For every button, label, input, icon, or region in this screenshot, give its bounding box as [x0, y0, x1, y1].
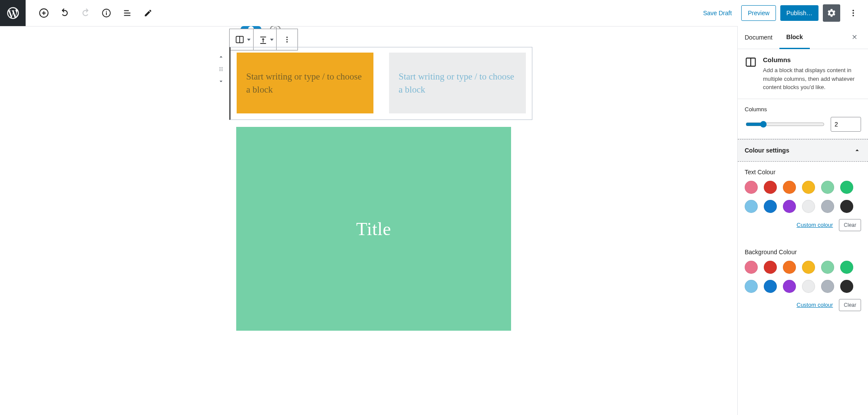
columns-block[interactable]: Start writing or type / to choose a bloc…: [229, 47, 532, 120]
redo-icon: [80, 8, 91, 18]
chevron-down-icon: [218, 78, 224, 85]
background-colour-label: Background Colour: [745, 249, 861, 256]
drag-handle[interactable]: [215, 64, 227, 74]
redo-button[interactable]: [75, 3, 96, 23]
svg-point-8: [287, 39, 288, 40]
move-down-button[interactable]: [215, 76, 227, 86]
chevron-down-icon: [270, 39, 274, 41]
content-info-button[interactable]: [96, 3, 117, 23]
background-colour-swatch-3[interactable]: [802, 261, 815, 274]
block-card-description: Add a block that displays content in mul…: [763, 66, 861, 92]
columns-icon: [745, 56, 757, 68]
text-colour-clear-button[interactable]: Clear: [839, 219, 861, 231]
background-colour-swatch-11[interactable]: [840, 280, 853, 293]
columns-number-input[interactable]: [831, 117, 861, 132]
edit-button[interactable]: [138, 3, 158, 23]
background-colour-swatch-9[interactable]: [802, 280, 815, 293]
svg-point-11: [220, 69, 221, 70]
block-card-title: Columns: [763, 56, 861, 63]
text-colour-swatch-5[interactable]: [840, 181, 853, 194]
top-toolbar: Save Draft Preview Publish…: [0, 0, 868, 27]
workspace: ?: [0, 26, 868, 415]
svg-point-2: [106, 11, 107, 12]
svg-point-12: [220, 70, 221, 71]
background-colour-swatch-4[interactable]: [821, 261, 834, 274]
svg-point-15: [221, 70, 222, 71]
background-colour-swatches: [738, 261, 868, 293]
editor-canvas[interactable]: ?: [0, 26, 737, 415]
undo-icon: [59, 8, 70, 18]
text-colour-label: Text Colour: [745, 169, 861, 176]
background-colour-swatch-2[interactable]: [783, 261, 796, 274]
text-colour-swatch-11[interactable]: [840, 200, 853, 213]
add-block-button[interactable]: [33, 3, 54, 23]
tab-document[interactable]: Document: [738, 26, 779, 49]
column-2-placeholder: Start writing or type / to choose a bloc…: [399, 70, 516, 96]
more-options-button[interactable]: [845, 4, 862, 22]
more-vertical-icon: [283, 36, 291, 43]
colour-settings-title: Colour settings: [745, 147, 789, 154]
settings-sidebar: Document Block Columns Add a block that …: [737, 26, 868, 415]
cover-block[interactable]: Title: [236, 127, 511, 331]
chevron-down-icon: [247, 39, 251, 41]
block-movers: [215, 52, 227, 86]
toolbar-left-group: [26, 3, 158, 23]
close-sidebar-button[interactable]: [849, 26, 868, 49]
text-colour-swatch-0[interactable]: [745, 181, 758, 194]
background-colour-swatch-0[interactable]: [745, 261, 758, 274]
svg-point-3: [852, 10, 854, 11]
text-colour-swatch-1[interactable]: [764, 181, 777, 194]
text-colour-swatches: [738, 181, 868, 213]
chevron-up-icon: [218, 53, 224, 60]
svg-point-13: [221, 67, 222, 68]
wordpress-logo[interactable]: [0, 0, 26, 26]
gear-icon: [827, 8, 836, 18]
background-colour-swatch-10[interactable]: [821, 280, 834, 293]
settings-button[interactable]: [823, 4, 840, 22]
svg-point-5: [852, 15, 854, 16]
more-vertical-icon: [849, 9, 858, 17]
save-draft-button[interactable]: Save Draft: [698, 5, 737, 21]
plus-circle-icon: [38, 7, 50, 19]
text-colour-swatch-9[interactable]: [802, 200, 815, 213]
text-colour-swatch-6[interactable]: [745, 200, 758, 213]
svg-point-14: [221, 69, 222, 70]
undo-button[interactable]: [54, 3, 75, 23]
pencil-icon: [144, 9, 152, 17]
colour-settings-toggle[interactable]: Colour settings: [738, 139, 868, 162]
text-colour-swatch-10[interactable]: [821, 200, 834, 213]
bg-colour-clear-button[interactable]: Clear: [839, 299, 861, 311]
text-custom-colour-button[interactable]: Custom colour: [797, 222, 833, 228]
column-2[interactable]: Start writing or type / to choose a bloc…: [389, 53, 526, 113]
list-outline-icon: [122, 8, 132, 18]
background-colour-swatch-7[interactable]: [764, 280, 777, 293]
close-icon: [851, 34, 858, 41]
columns-slider[interactable]: [746, 121, 825, 128]
info-circle-icon: [101, 8, 112, 18]
block-navigation-button[interactable]: [117, 3, 138, 23]
column-1[interactable]: Start writing or type / to choose a bloc…: [237, 53, 373, 113]
columns-icon: [235, 35, 244, 44]
column-1-placeholder: Start writing or type / to choose a bloc…: [246, 70, 364, 96]
background-colour-swatch-6[interactable]: [745, 280, 758, 293]
columns-label: Columns: [745, 106, 861, 113]
text-colour-swatch-2[interactable]: [783, 181, 796, 194]
tab-block[interactable]: Block: [779, 27, 810, 49]
bg-custom-colour-button[interactable]: Custom colour: [797, 302, 833, 308]
svg-point-10: [220, 67, 221, 68]
chevron-up-icon: [853, 146, 861, 154]
text-colour-swatch-3[interactable]: [802, 181, 815, 194]
cover-title[interactable]: Title: [356, 219, 391, 239]
drag-icon: [218, 66, 224, 72]
background-colour-swatch-5[interactable]: [840, 261, 853, 274]
publish-button[interactable]: Publish…: [780, 5, 818, 21]
move-up-button[interactable]: [215, 52, 227, 62]
text-colour-swatch-8[interactable]: [783, 200, 796, 213]
preview-button[interactable]: Preview: [741, 5, 776, 21]
background-colour-swatch-8[interactable]: [783, 280, 796, 293]
svg-point-4: [852, 12, 854, 13]
text-colour-swatch-4[interactable]: [821, 181, 834, 194]
wordpress-icon: [7, 7, 19, 19]
text-colour-swatch-7[interactable]: [764, 200, 777, 213]
background-colour-swatch-1[interactable]: [764, 261, 777, 274]
